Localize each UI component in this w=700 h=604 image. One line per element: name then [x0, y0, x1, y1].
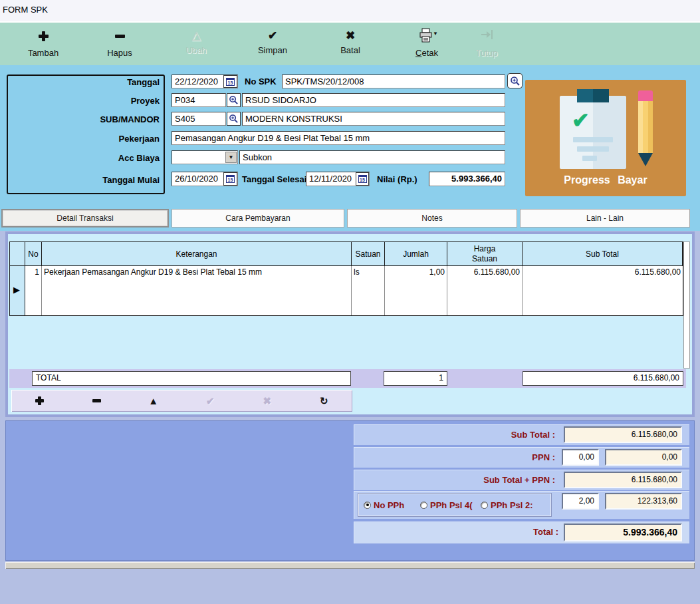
check-icon: ✔ — [206, 395, 215, 407]
navigator-refresh-button[interactable]: ↻ — [296, 390, 353, 412]
proyek-code-field[interactable]: P034 — [172, 93, 226, 107]
printer-icon: ▼ — [418, 28, 435, 44]
hapus-label: Hapus — [89, 48, 150, 58]
radio-pph-psl-23[interactable]: PPh Psl 2: — [481, 500, 533, 510]
x-icon: ✖ — [342, 28, 359, 44]
grid-header-label: Harga Satuan — [465, 244, 505, 264]
window-title: FORM SPK — [3, 5, 48, 15]
radio-label: PPh Psl 2: — [491, 500, 533, 510]
tab-lain-lain[interactable]: Lain - Lain — [520, 209, 690, 227]
tambah-button[interactable]: Tambah — [13, 27, 74, 64]
title-bar: FORM SPK — [0, 0, 700, 21]
proyek-search-button[interactable] — [227, 93, 241, 107]
pph-percent-input[interactable]: 2,00 — [562, 493, 599, 510]
nilai-field[interactable]: 5.993.366,40 — [429, 172, 505, 186]
proyek-name-field[interactable]: RSUD SIDOARJO — [242, 93, 505, 107]
radio-no-pph[interactable]: No PPh — [364, 500, 404, 510]
navigator-delete-button[interactable] — [68, 390, 126, 412]
pekerjaan-field[interactable]: Pemasangan Angkur D19 & Besi Plat Tebal … — [172, 131, 505, 145]
record-navigator: ▲ ✔ ✖ ↻ — [11, 390, 352, 412]
grid-header-keterangan: Keterangan — [42, 242, 352, 266]
tanggal-selesai-calendar-button[interactable]: 15 — [356, 172, 369, 186]
plus-icon — [35, 28, 52, 44]
acc-biaya-field[interactable]: Subkon — [239, 150, 505, 164]
pekerjaan-label: Pekerjaan — [13, 134, 160, 144]
grid-cell-no[interactable]: 1 — [25, 266, 42, 315]
grid-header-satuan: Satuan — [352, 242, 385, 266]
tanggal-mulai-calendar-button[interactable]: 15 — [223, 172, 237, 186]
tab-detail-transaksi[interactable]: Detail Transaksi — [1, 209, 169, 227]
main-toolbar: Tambah Hapus △ Ubah ✔ Simpan ✖ Batal — [0, 21, 700, 65]
batal-button[interactable]: ✖ Batal — [320, 27, 381, 64]
grid-scrollbar[interactable] — [683, 241, 690, 369]
radio-selected-icon — [364, 502, 371, 509]
clipboard-clip — [577, 89, 609, 102]
tab-notes[interactable]: Notes — [347, 209, 517, 227]
ubah-label: Ubah — [166, 45, 227, 55]
tanggal-selesai-label: Tanggal Selesai — [242, 174, 306, 184]
calendar-icon: 15 — [358, 175, 367, 183]
radio-pph-psl-4[interactable]: PPh Psl 4( — [420, 500, 473, 510]
ppn-amount-field: 0,00 — [605, 449, 682, 466]
cetak-button[interactable]: ▼ Cetak — [396, 27, 457, 64]
grid-header-jumlah: Jumlah — [385, 242, 447, 266]
tab-cara-pembayaran[interactable]: Cara Pembayaran — [172, 209, 344, 227]
no-spk-field[interactable]: SPK/TMS/20/12/008 — [282, 75, 505, 88]
printer-dropdown-icon: ▼ — [433, 31, 438, 37]
progress-bayar-label: Progress Bayar — [525, 174, 686, 186]
tab-label: Cara Pembayaran — [225, 214, 290, 223]
batal-label: Batal — [320, 45, 381, 55]
pph-amount-field: 122.313,60 — [605, 493, 682, 510]
hapus-button[interactable]: Hapus — [89, 27, 150, 64]
search-icon — [229, 95, 239, 105]
grid-cell-sub-total[interactable]: 6.115.680,00 — [523, 266, 683, 315]
calendar-icon: 15 — [226, 78, 235, 86]
grid-cell-satuan[interactable]: ls — [352, 266, 385, 315]
grid-header-selector — [10, 242, 25, 266]
search-icon — [510, 76, 521, 86]
tanggal-mulai-label: Tanggal Mulai — [13, 175, 160, 185]
grid-row-selector[interactable]: ▶ — [10, 266, 25, 315]
no-spk-search-button[interactable] — [507, 73, 523, 88]
navigator-post-button: ✔ — [182, 390, 239, 412]
grid-cell-jumlah[interactable]: 1,00 — [385, 266, 447, 315]
tab-label: Lain - Lain — [586, 214, 624, 223]
acc-biaya-combobox[interactable]: ▼ — [172, 150, 238, 164]
simpan-button[interactable]: ✔ Simpan — [242, 27, 303, 64]
sub-mandor-search-button[interactable] — [227, 112, 241, 126]
ppn-label: PPN : — [359, 452, 555, 462]
subtotal-field: 6.115.680,00 — [564, 426, 682, 443]
chevron-down-icon[interactable]: ▼ — [225, 152, 237, 163]
sub-mandor-name-field[interactable]: MODERN KONSTRUKSI — [242, 112, 505, 126]
pencil-icon — [638, 90, 653, 166]
form-spk-window: FORM SPK Tambah Hapus △ Ubah ✔ Simpan ✖ … — [0, 0, 700, 604]
radio-icon — [420, 502, 427, 509]
check-icon: ✔ — [264, 28, 281, 44]
calendar-icon: 15 — [226, 175, 235, 183]
move-up-icon: ▲ — [148, 395, 158, 406]
proyek-label: Proyek — [13, 96, 160, 106]
clipboard-line — [582, 156, 597, 161]
x-icon: ✖ — [263, 395, 271, 407]
edit-triangle-icon: △ — [187, 28, 205, 44]
ubah-button: △ Ubah — [166, 27, 227, 64]
ppn-percent-input[interactable]: 0,00 — [562, 449, 599, 466]
progress-bayar-button[interactable]: ✔ Progress Bayar — [525, 80, 686, 196]
tanggal-calendar-button[interactable]: 15 — [223, 75, 237, 88]
no-spk-label: No SPK — [245, 76, 277, 86]
navigator-move-up-button[interactable]: ▲ — [125, 390, 182, 412]
grid-cell-keterangan[interactable]: Pekerjaan Pemasangan Angkur D19 & Besi P… — [42, 266, 352, 315]
subtotal-ppn-field: 6.115.680,00 — [564, 472, 682, 488]
navigator-insert-button[interactable] — [11, 390, 68, 412]
sub-mandor-code-field[interactable]: S405 — [172, 112, 226, 126]
clipboard-line — [573, 137, 613, 142]
radio-icon — [481, 502, 488, 509]
grid-header-no: No — [25, 242, 42, 266]
tanggal-label: Tanggal — [13, 77, 160, 87]
refresh-icon: ↻ — [320, 395, 328, 407]
grid-cell-harga-satuan[interactable]: 6.115.680,00 — [447, 266, 523, 315]
cetak-label: Cetak — [396, 48, 457, 58]
subtotal-label: Sub Total : — [359, 430, 555, 440]
simpan-label: Simpan — [242, 45, 303, 55]
search-icon — [229, 114, 239, 124]
